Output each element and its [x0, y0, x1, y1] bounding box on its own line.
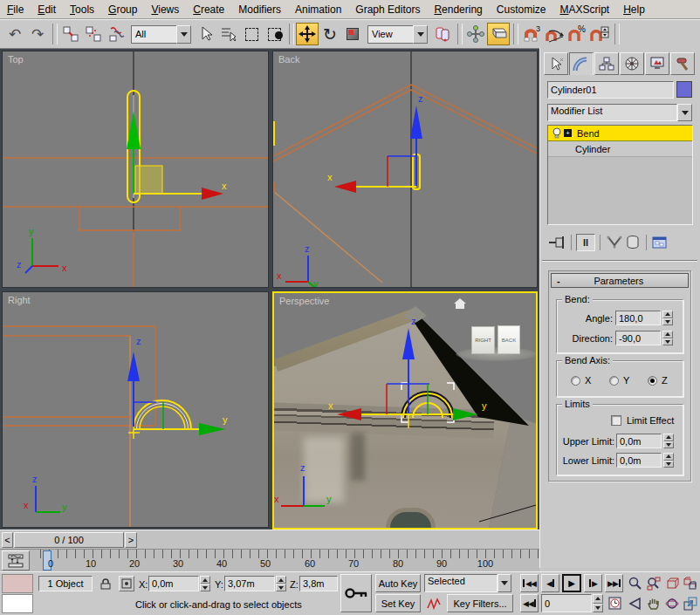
viewport-right-label[interactable]: Right: [8, 295, 31, 305]
reference-coordinate-system-dropdown[interactable]: View: [367, 25, 428, 44]
object-name-field[interactable]: [547, 81, 674, 99]
previous-frame-button[interactable]: ◀: [541, 574, 559, 592]
menu-animation[interactable]: Animation: [288, 1, 348, 18]
spinner-up-icon[interactable]: [276, 576, 286, 584]
expand-stack-icon[interactable]: +: [564, 129, 572, 137]
checkbox-icon[interactable]: [611, 415, 621, 426]
selected-arch-wireframe[interactable]: [134, 400, 191, 429]
previous-frame-arrow[interactable]: <: [2, 532, 13, 548]
spinner-up-icon[interactable]: [200, 576, 210, 584]
select-and-move-button[interactable]: [296, 23, 319, 45]
next-frame-button[interactable]: ▶: [584, 574, 602, 592]
go-to-start-button[interactable]: ◀◀: [520, 574, 539, 592]
viewport-back-label[interactable]: Back: [278, 54, 299, 65]
tab-hierarchy[interactable]: [594, 52, 619, 75]
spinner-down-icon[interactable]: [276, 584, 286, 591]
stack-row-cylinder[interactable]: Cylinder: [548, 141, 692, 157]
menu-maxscript[interactable]: MAXScript: [552, 1, 616, 18]
remove-modifier-icon[interactable]: [624, 235, 642, 250]
maximize-viewport-toggle-button[interactable]: [682, 594, 699, 612]
modifier-list-dropdown[interactable]: Modifier List: [547, 104, 692, 121]
arc-rotate-button[interactable]: [663, 594, 681, 612]
undo-button[interactable]: ↶: [3, 23, 26, 45]
menu-file[interactable]: File: [0, 1, 31, 18]
chevron-down-icon[interactable]: [413, 25, 428, 44]
angle-snap-toggle-button[interactable]: [543, 23, 566, 45]
select-and-scale-button[interactable]: [341, 23, 364, 45]
zoom-extents-button[interactable]: [663, 574, 681, 592]
axis-y-radio[interactable]: Y: [609, 375, 629, 386]
selection-filter-dropdown[interactable]: All: [131, 25, 191, 44]
angle-field[interactable]: [615, 311, 661, 325]
spinner-down-icon[interactable]: [662, 338, 673, 346]
bind-to-space-warp-button[interactable]: [105, 23, 127, 45]
menu-views[interactable]: Views: [144, 1, 186, 18]
tab-utilities[interactable]: [670, 52, 695, 75]
spinner-up-icon[interactable]: [663, 453, 674, 461]
radio-icon[interactable]: [609, 376, 619, 386]
move-gizmo[interactable]: x: [127, 111, 227, 200]
spinner-down-icon[interactable]: [662, 318, 673, 326]
spinner-up-icon[interactable]: [663, 434, 674, 441]
tab-motion[interactable]: [620, 52, 644, 75]
menu-customize[interactable]: Customize: [490, 1, 553, 18]
track-bar[interactable]: 0 10 20 30 40 50 60 70 80 90 100: [0, 549, 539, 571]
set-key-button[interactable]: Set Key: [375, 594, 421, 612]
absolute-offset-mode-toggle[interactable]: [119, 576, 134, 591]
menu-modifiers[interactable]: Modifiers: [231, 1, 288, 18]
move-gizmo[interactable]: z x y: [328, 316, 487, 428]
viewport-top-label[interactable]: Top: [8, 54, 24, 65]
stack-row-bend[interactable]: + Bend: [548, 126, 692, 141]
pin-stack-icon[interactable]: [547, 235, 566, 250]
chevron-down-icon[interactable]: [498, 574, 511, 592]
time-configuration-button[interactable]: [606, 594, 623, 612]
viewport-perspective[interactable]: RIGHT BACK z: [272, 291, 538, 530]
axis-x-radio[interactable]: X: [571, 375, 591, 386]
menu-edit[interactable]: Edit: [31, 1, 63, 18]
tab-modify[interactable]: [569, 52, 594, 75]
snaps-toggle-button[interactable]: 3: [520, 23, 543, 45]
axis-z-radio[interactable]: Z: [648, 375, 668, 386]
spinner-down-icon[interactable]: [663, 441, 674, 449]
select-and-rotate-button[interactable]: ↻: [319, 23, 341, 45]
unlink-selection-button[interactable]: [82, 23, 105, 45]
make-unique-icon[interactable]: [605, 235, 624, 250]
menu-tools[interactable]: Tools: [63, 1, 101, 18]
spinner-snap-toggle-button[interactable]: [588, 23, 611, 45]
chevron-down-icon[interactable]: [176, 25, 191, 44]
key-mode-dropdown[interactable]: Selected: [424, 574, 511, 592]
select-and-link-button[interactable]: [59, 23, 82, 45]
select-object-button[interactable]: [195, 23, 217, 45]
default-in-out-tangents-button[interactable]: [424, 594, 443, 612]
redo-button[interactable]: ↷: [26, 23, 49, 45]
spinner-down-icon[interactable]: [663, 461, 674, 468]
rectangular-selection-region-button[interactable]: [240, 23, 263, 45]
menu-help[interactable]: Help: [616, 1, 652, 18]
lower-limit-spinner[interactable]: [663, 453, 674, 468]
go-to-end-button[interactable]: ▶▶: [605, 574, 623, 592]
upper-limit-field[interactable]: [616, 434, 662, 448]
collapse-icon[interactable]: -: [557, 276, 560, 286]
maxscript-listener-pane[interactable]: [2, 594, 33, 613]
angle-spinner[interactable]: [662, 311, 673, 325]
use-pivot-point-center-button[interactable]: [431, 23, 454, 45]
x-coordinate-spinner[interactable]: [200, 576, 210, 591]
next-frame-arrow[interactable]: >: [125, 532, 137, 548]
object-color-swatch[interactable]: [676, 81, 692, 98]
configure-modifier-sets-icon[interactable]: [651, 235, 669, 250]
viewport-perspective-label[interactable]: Perspective: [279, 296, 329, 306]
tab-display[interactable]: [645, 52, 669, 75]
spinner-up-icon[interactable]: [662, 331, 673, 338]
macro-recorder-pane[interactable]: [2, 574, 33, 593]
time-slider-thumb[interactable]: 0 / 100: [14, 532, 124, 548]
select-and-manipulate-button[interactable]: [464, 23, 487, 45]
open-mini-curve-editor-button[interactable]: [2, 550, 30, 571]
radio-selected-icon[interactable]: [648, 376, 657, 386]
key-filters-button[interactable]: Key Filters...: [447, 594, 513, 612]
chevron-down-icon[interactable]: [677, 104, 692, 121]
auto-key-button[interactable]: Auto Key: [375, 574, 421, 592]
z-coordinate-field[interactable]: [299, 576, 338, 591]
set-keys-button[interactable]: [340, 574, 372, 612]
current-frame-field[interactable]: [541, 594, 592, 612]
viewport-right[interactable]: Right z: [2, 291, 269, 528]
